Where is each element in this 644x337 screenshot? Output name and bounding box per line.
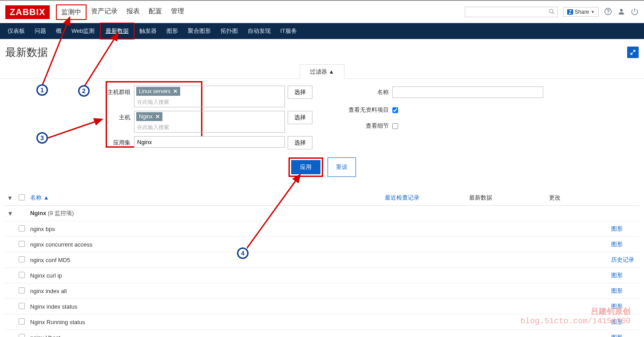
host-input[interactable]: Nginx ✕ 在此输入搜索 — [134, 111, 285, 133]
row-checkbox[interactable] — [19, 318, 25, 325]
group-count: (9 监控项) — [48, 210, 74, 216]
table-row: Nginx index status图形 — [4, 299, 640, 314]
item-action-link[interactable]: 图形 — [611, 287, 623, 294]
topnav-reports[interactable]: 报表 — [122, 4, 144, 20]
callout-3: 3 — [36, 132, 48, 144]
svg-line-1 — [553, 12, 554, 14]
row-checkbox[interactable] — [19, 225, 25, 231]
item-action-link[interactable]: 图形 — [611, 225, 623, 232]
item-action-link[interactable]: 历史记录 — [611, 256, 634, 263]
arrow-4 — [247, 172, 309, 250]
topnav-config[interactable]: 配置 — [144, 4, 166, 20]
item-name: nginx index all — [28, 283, 382, 299]
reset-button[interactable]: 重设 — [328, 157, 356, 177]
col-name[interactable]: 名称 ▲ — [28, 190, 382, 206]
item-name: nginx concurrent access — [28, 237, 382, 252]
table-row: nginx Vhost图形 — [4, 330, 640, 337]
item-action-link[interactable]: 图形 — [611, 303, 623, 310]
item-name: Nginx curl ip — [28, 268, 382, 283]
svg-point-4 — [620, 9, 623, 12]
global-search[interactable] — [465, 7, 558, 17]
appset-label: 应用集 — [101, 136, 134, 147]
svg-line-12 — [247, 175, 300, 248]
subnav-discovery[interactable]: 自动发现 — [243, 24, 276, 39]
host-tag: Nginx ✕ — [136, 112, 162, 121]
appset-input[interactable] — [134, 136, 285, 148]
col-action — [608, 190, 640, 206]
sort-asc-icon: ▲ — [43, 194, 49, 201]
subnav-services[interactable]: IT服务 — [276, 24, 302, 39]
topnav-inventory[interactable]: 资产记录 — [87, 4, 122, 20]
topnav-admin[interactable]: 管理 — [166, 4, 189, 20]
item-name: Nginx Running status — [28, 314, 382, 330]
subnav-screens[interactable]: 聚合图形 — [183, 24, 216, 39]
hostgroup-tag-text: Linux servers — [139, 88, 170, 94]
filter-toggle[interactable]: 过滤器 ▲ — [300, 64, 344, 79]
table-row: nginx conf MD5历史记录 — [4, 252, 640, 268]
hostgroup-select-button[interactable]: 选择 — [288, 86, 312, 99]
subnav-graphs[interactable]: 图形 — [162, 24, 183, 39]
row-checkbox[interactable] — [19, 241, 25, 247]
show-empty-checkbox[interactable] — [392, 107, 398, 113]
item-action-link[interactable]: 图形 — [611, 318, 623, 325]
host-tag-text: Nginx — [139, 114, 153, 120]
name-label: 名称 — [330, 88, 392, 96]
svg-line-8 — [83, 33, 118, 88]
row-checkbox[interactable] — [19, 287, 25, 294]
row-checkbox[interactable] — [19, 334, 25, 337]
share-label: Share — [575, 9, 589, 15]
item-name: nginx Vhost — [28, 330, 382, 337]
table-header: ▼ 名称 ▲ 最近检查记录 最新数据 更改 — [4, 190, 640, 206]
arrow-2 — [83, 30, 123, 88]
subnav-triggers[interactable]: 触发器 — [134, 24, 162, 39]
item-action-link[interactable]: 图形 — [611, 272, 623, 278]
subnav-maps[interactable]: 拓扑图 — [216, 24, 243, 39]
show-details-checkbox[interactable] — [392, 123, 398, 129]
table-row: nginx index all图形 — [4, 283, 640, 299]
item-name: Nginx index status — [28, 299, 382, 314]
hostgroup-input[interactable]: Linux servers ✕ 在此输入搜索 — [134, 86, 285, 107]
row-checkbox[interactable] — [19, 272, 25, 278]
filter-panel: 1 2 3 主机群组 Linux serv — [0, 79, 644, 182]
item-action-link[interactable]: 图形 — [611, 334, 623, 337]
host-tag-remove-icon[interactable]: ✕ — [155, 114, 160, 120]
page-title: 最新数据 — [5, 45, 48, 59]
callout-4: 4 — [237, 247, 249, 259]
filter-right-column: 名称 查看无资料项目 查看细节 — [330, 86, 543, 149]
expand-all-toggle[interactable]: ▼ — [4, 190, 16, 206]
svg-point-3 — [608, 13, 608, 13]
row-checkbox[interactable] — [19, 303, 25, 309]
subnav-dashboard[interactable]: 仪表板 — [3, 24, 30, 39]
select-all-checkbox[interactable] — [19, 194, 25, 200]
col-lastdata: 最新数据 — [466, 190, 546, 206]
svg-line-6 — [42, 17, 70, 86]
top-bar: ZABBIX 监测中 资产记录 报表 配置 管理 Z Share ▼ — [0, 1, 644, 23]
table-row: Nginx Running status图形 — [4, 314, 640, 330]
share-button[interactable]: Z Share ▼ — [563, 7, 599, 17]
share-z-icon: Z — [567, 9, 573, 15]
name-input[interactable] — [392, 86, 543, 98]
table-row: nginx bps图形 — [4, 221, 640, 237]
host-placeholder: 在此输入搜索 — [136, 123, 283, 131]
item-name: nginx conf MD5 — [28, 252, 382, 268]
host-select-button[interactable]: 选择 — [288, 111, 312, 124]
hostgroup-placeholder: 在此输入搜索 — [136, 98, 283, 106]
col-change: 更改 — [546, 190, 608, 206]
appset-select-button[interactable]: 选择 — [288, 136, 312, 149]
group-collapse-toggle[interactable]: ▼ — [4, 206, 16, 221]
data-table: ▼ 名称 ▲ 最近检查记录 最新数据 更改 ▼ Nginx (9 监控项) ng… — [4, 190, 640, 337]
fullscreen-button[interactable] — [627, 47, 639, 58]
hostgroup-tag: Linux servers ✕ — [136, 87, 180, 96]
row-checkbox[interactable] — [19, 256, 25, 263]
help-icon[interactable] — [604, 8, 612, 17]
col-lastcheck[interactable]: 最近检查记录 — [382, 190, 466, 206]
table-row: Nginx curl ip图形 — [4, 268, 640, 283]
arrow-3 — [48, 117, 106, 143]
item-action-link[interactable]: 图形 — [611, 241, 623, 247]
svg-line-10 — [48, 119, 102, 138]
power-icon[interactable] — [631, 8, 639, 17]
arrow-1 — [42, 15, 78, 86]
hostgroup-tag-remove-icon[interactable]: ✕ — [173, 88, 178, 94]
user-icon[interactable] — [617, 8, 625, 17]
table-row: nginx concurrent access图形 — [4, 237, 640, 252]
